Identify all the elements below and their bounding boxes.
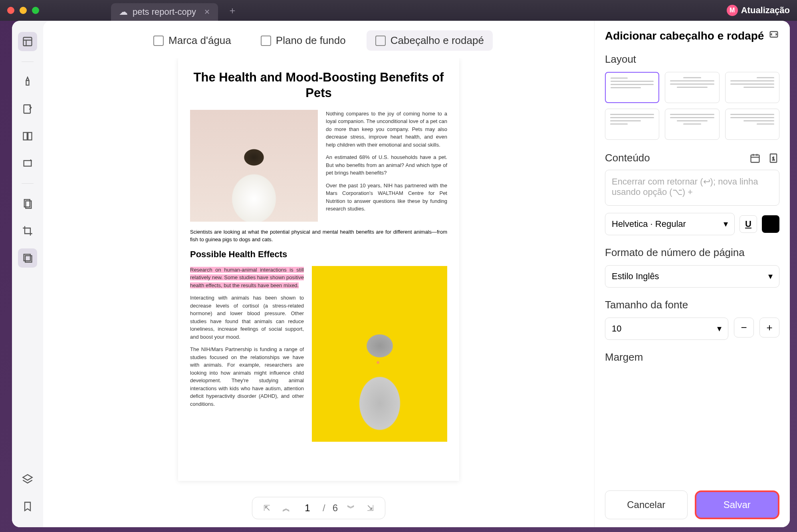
decrease-button[interactable]: − xyxy=(734,318,754,337)
tab-header-footer[interactable]: Cabeçalho e rodapé xyxy=(367,30,493,51)
watermark-icon xyxy=(153,36,164,46)
background-icon xyxy=(261,36,271,46)
layout-option-2[interactable] xyxy=(665,72,719,103)
content-label: Conteúdo xyxy=(605,152,650,164)
paragraph: Nothing compares to the joy of coming ho… xyxy=(326,110,447,149)
svg-rect-6 xyxy=(24,161,32,166)
page-number-icon[interactable]: 1 xyxy=(767,152,779,164)
tab-header-footer-label: Cabeçalho e rodapé xyxy=(391,34,484,47)
margin-label: Margem xyxy=(605,351,779,363)
sidebar-compare-icon[interactable] xyxy=(18,127,37,146)
layout-option-6[interactable] xyxy=(725,109,779,140)
header-footer-icon xyxy=(375,36,386,46)
svg-rect-5 xyxy=(28,133,32,140)
cancel-button[interactable]: Cancelar xyxy=(605,490,688,519)
font-size-label: Tamanho da fonte xyxy=(605,299,779,311)
paragraph: The NIH/Mars Partnership is funding a ra… xyxy=(190,345,304,408)
document-preview[interactable]: The Health and Mood-Boosting Benefits of… xyxy=(43,58,594,489)
sidebar-layers-icon[interactable] xyxy=(18,470,37,489)
last-page-icon[interactable]: ⇲ xyxy=(364,502,376,514)
dog-image-2 xyxy=(312,266,447,442)
sidebar-pages-icon[interactable] xyxy=(18,194,37,213)
pager: ⇱ ︽ / 6 ︾ ⇲ xyxy=(43,489,594,527)
dog-image-1 xyxy=(190,110,318,222)
minimize-window[interactable] xyxy=(20,7,27,14)
panel-title: Adicionar cabeçalho e rodapé xyxy=(605,29,764,43)
svg-rect-0 xyxy=(24,38,32,46)
expand-icon[interactable] xyxy=(768,29,779,44)
font-value: Helvetica · Regular xyxy=(612,219,686,229)
page-separator: / xyxy=(323,502,325,514)
date-icon[interactable] xyxy=(749,152,761,164)
sidebar-fill-sign-icon[interactable] xyxy=(18,154,37,173)
document-tab[interactable]: ☁ pets report-copy ✕ xyxy=(111,3,218,21)
close-tab-icon[interactable]: ✕ xyxy=(204,8,210,16)
page-format-select[interactable]: Estilo Inglês ▾ xyxy=(605,265,779,288)
content-textarea[interactable]: Encerrar com retornar (↩︎); nova linha u… xyxy=(605,170,779,206)
titlebar: ☁ pets report-copy ✕ ＋ M Atualização xyxy=(0,0,797,21)
paragraph: Over the past 10 years, NIH has partnere… xyxy=(326,182,447,213)
tab-watermark-label: Marca d'água xyxy=(169,34,231,47)
chevron-down-icon: ▾ xyxy=(717,324,722,334)
sidebar-watermark-icon[interactable] xyxy=(18,248,37,268)
layout-label: Layout xyxy=(605,53,779,66)
paragraph: An estimated 68% of U.S. households have… xyxy=(326,153,447,177)
doc-title: The Health and Mood-Boosting Benefits of… xyxy=(190,70,447,101)
font-select[interactable]: Helvetica · Regular ▾ xyxy=(605,213,735,235)
svg-rect-12 xyxy=(751,155,759,163)
layout-option-4[interactable] xyxy=(605,109,659,140)
sidebar-bookmark-icon[interactable] xyxy=(18,497,37,516)
font-size-select[interactable]: 10 ▾ xyxy=(605,318,728,340)
page: The Health and Mood-Boosting Benefits of… xyxy=(178,58,459,481)
increase-button[interactable]: + xyxy=(759,318,779,337)
save-button[interactable]: Salvar xyxy=(695,490,780,519)
page-total: 6 xyxy=(333,502,338,514)
top-tabs: Marca d'água Plano de fundo Cabeçalho e … xyxy=(43,21,594,58)
layout-options xyxy=(605,72,779,140)
svg-text:1: 1 xyxy=(772,156,775,161)
chevron-down-icon: ▾ xyxy=(768,271,773,282)
prev-page-icon[interactable]: ︽ xyxy=(280,502,292,514)
first-page-icon[interactable]: ⇱ xyxy=(261,502,273,514)
sidebar-highlight-icon[interactable] xyxy=(18,72,37,91)
add-tab-icon[interactable]: ＋ xyxy=(228,4,237,17)
paragraph-highlighted: Research on human-animal interactions is… xyxy=(190,266,304,290)
right-panel: Adicionar cabeçalho e rodapé Layout Cont… xyxy=(594,21,790,527)
color-picker[interactable] xyxy=(762,215,779,233)
font-size-value: 10 xyxy=(612,324,621,334)
sidebar-crop-icon[interactable] xyxy=(18,221,37,240)
chevron-down-icon: ▾ xyxy=(724,219,728,229)
paragraph: Scientists are looking at what the poten… xyxy=(190,228,447,244)
update-button[interactable]: M Atualização xyxy=(727,5,790,16)
paragraph: Interacting with animals has been shown … xyxy=(190,294,304,341)
svg-rect-4 xyxy=(24,133,27,140)
layout-option-5[interactable] xyxy=(665,109,719,140)
next-page-icon[interactable]: ︾ xyxy=(345,502,357,514)
update-label: Atualização xyxy=(741,5,790,16)
tab-label: pets report-copy xyxy=(133,7,196,17)
page-format-label: Formato de número de página xyxy=(605,246,779,259)
traffic-lights xyxy=(7,7,39,14)
close-window[interactable] xyxy=(7,7,14,14)
page-number-input[interactable] xyxy=(299,502,315,514)
layout-option-3[interactable] xyxy=(725,72,779,103)
page-format-value: Estilo Inglês xyxy=(612,271,659,282)
sidebar xyxy=(12,21,43,527)
sidebar-edit-icon[interactable] xyxy=(18,99,37,119)
sidebar-thumbnails-icon[interactable] xyxy=(18,32,37,51)
underline-button[interactable]: U xyxy=(740,215,757,233)
divider xyxy=(22,62,34,62)
maximize-window[interactable] xyxy=(32,7,39,14)
layout-option-1[interactable] xyxy=(605,72,659,103)
tab-background[interactable]: Plano de fundo xyxy=(252,30,355,51)
cloud-icon: ☁ xyxy=(119,7,128,17)
tab-background-label: Plano de fundo xyxy=(276,34,346,47)
tab-watermark[interactable]: Marca d'água xyxy=(145,30,240,51)
update-badge-icon: M xyxy=(727,5,738,16)
divider xyxy=(22,183,34,184)
doc-subheading: Possible Health Effects xyxy=(190,249,447,260)
